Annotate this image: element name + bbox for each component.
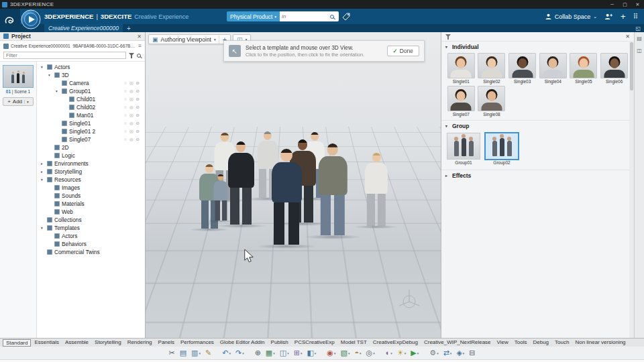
- tree-item[interactable]: ▾ Templates ○ ◎ ⊘: [37, 224, 145, 232]
- project-root-item[interactable]: Creative Experience00000001_9BAF8A9B-000…: [0, 41, 145, 50]
- ribbon-tab[interactable]: Rendering: [125, 339, 155, 347]
- tree-item[interactable]: Man01 ○ ◎ ⊘: [37, 111, 145, 119]
- visibility-eye-icon[interactable]: ◎: [129, 80, 133, 86]
- individual-thumbnail[interactable]: Single05: [570, 53, 598, 84]
- view-axis-compass[interactable]: [395, 286, 423, 314]
- close-icon[interactable]: ✕: [137, 34, 142, 40]
- tree-item[interactable]: ▾ 3D ○ ◎ ⊘: [37, 71, 145, 79]
- tree-item[interactable]: Behaviors ○ ◎ ⊘: [37, 240, 145, 248]
- visibility-eye-icon[interactable]: ◎: [129, 129, 133, 134]
- collapse-icon[interactable]: ⊟ ▾: [469, 349, 475, 357]
- visibility-eye-icon[interactable]: ◎: [129, 121, 133, 126]
- search-input[interactable]: [282, 13, 329, 19]
- list-options-icon[interactable]: ≡: [138, 43, 142, 49]
- visibility-eye-icon[interactable]: ◎: [129, 97, 133, 102]
- done-button[interactable]: ✓ Done: [387, 46, 419, 56]
- chevron-down-icon[interactable]: ▾: [405, 351, 407, 355]
- individual-thumbnail[interactable]: Single03: [508, 53, 537, 84]
- ribbon-tab[interactable]: Publish: [268, 339, 291, 347]
- tree-item[interactable]: ▾ Group01 ○ ◎ ⊘: [37, 87, 145, 95]
- scene-thumbnail[interactable]: [3, 65, 34, 88]
- chevron-down-icon[interactable]: ▾: [417, 351, 419, 355]
- group-thumbnail[interactable]: Group02: [485, 133, 519, 165]
- lock-icon[interactable]: ⊘: [136, 121, 140, 126]
- visibility-eye-icon[interactable]: ◎: [129, 137, 133, 142]
- ribbon-tab[interactable]: CreativeExpDebug: [370, 339, 421, 347]
- redo-icon[interactable]: ↷ ▾: [235, 349, 244, 357]
- tree-item[interactable]: Single01 2 ○ ◎ ⊘: [37, 127, 145, 135]
- cut-icon[interactable]: ✂ ▾: [168, 349, 174, 357]
- lock-icon[interactable]: ⊘: [136, 137, 140, 142]
- document-tab[interactable]: Creative Experience000000: [44, 24, 123, 32]
- copy-icon[interactable]: ▤ ▾: [180, 349, 186, 357]
- section-header-individual[interactable]: ▾ Individual: [441, 41, 634, 52]
- tree-item[interactable]: ▾ Actors ○ ◎ ⊘: [37, 63, 145, 71]
- ribbon-tab[interactable]: Globe Editor Addin: [217, 339, 268, 347]
- tree-item[interactable]: Materials ○ ◎ ⊘: [37, 200, 145, 208]
- target-icon[interactable]: ◎ ▾: [366, 349, 375, 357]
- new-tab-button[interactable]: +: [123, 25, 135, 32]
- ribbon-tab[interactable]: Touch: [552, 339, 572, 347]
- layout-icon[interactable]: ▦ ▾: [266, 349, 275, 357]
- tree-expander-icon[interactable]: ▸: [41, 170, 45, 174]
- actor-figure[interactable]: [256, 149, 317, 249]
- section-header-group[interactable]: ▾ Group: [441, 120, 634, 131]
- light-icon[interactable]: ☀ ▾: [397, 349, 406, 357]
- lock-icon[interactable]: ⊘: [136, 97, 140, 102]
- ribbon-tab[interactable]: PCSCreativeExp: [292, 339, 337, 347]
- individual-thumbnail[interactable]: Single07: [447, 86, 476, 117]
- filter-input[interactable]: [3, 52, 126, 59]
- tree-search-icon[interactable]: [137, 54, 141, 58]
- zoom-icon[interactable]: ⊕ ▾: [255, 349, 261, 357]
- circle-toggle-icon[interactable]: ○: [124, 88, 127, 94]
- lock-icon[interactable]: ⊘: [136, 129, 140, 134]
- maximize-button[interactable]: ▢: [619, 0, 631, 9]
- tree-item[interactable]: Commercial Twins ○ ◎ ⊘: [37, 248, 145, 256]
- split-view-icon[interactable]: ◧ ▾: [307, 349, 316, 357]
- ribbon-tab[interactable]: Performances: [178, 339, 217, 347]
- ribbon-tab[interactable]: Standard: [3, 339, 31, 347]
- chevron-down-icon[interactable]: ▾: [273, 351, 275, 355]
- lock-icon[interactable]: ⊘: [136, 80, 140, 86]
- close-icon[interactable]: ✕: [625, 34, 630, 40]
- tree-expander-icon[interactable]: ▸: [41, 162, 45, 166]
- tree-item[interactable]: Images ○ ◎ ⊘: [37, 184, 145, 192]
- tree-item[interactable]: Child01 ○ ◎ ⊘: [37, 95, 145, 103]
- tree-item[interactable]: Child02 ○ ◎ ⊘: [37, 103, 145, 111]
- individual-thumbnail[interactable]: Single08: [478, 86, 506, 117]
- chevron-down-icon[interactable]: ▾: [360, 351, 362, 355]
- search-icon[interactable]: [330, 15, 334, 19]
- library-scrollbar[interactable]: [629, 41, 634, 338]
- visibility-eye-icon[interactable]: ◎: [129, 105, 133, 110]
- asset-icon[interactable]: ◈ ▾: [456, 349, 464, 357]
- tree-item[interactable]: Logic ○ ◎ ⊘: [37, 152, 145, 160]
- individual-thumbnail[interactable]: Single01: [447, 53, 476, 84]
- individual-thumbnail[interactable]: Single06: [600, 53, 629, 84]
- camera-icon[interactable]: ◉ ▾: [327, 349, 335, 357]
- edit-icon[interactable]: ✎ ▾: [205, 349, 211, 357]
- chevron-down-icon[interactable]: ▾: [348, 351, 350, 355]
- add-content-button[interactable]: +: [621, 12, 626, 21]
- tree-expander-icon[interactable]: ▾: [56, 89, 60, 93]
- circle-toggle-icon[interactable]: ○: [124, 80, 127, 86]
- collab-space-dropdown[interactable]: Collab Space ⌄: [545, 13, 597, 20]
- lock-icon[interactable]: ⊘: [136, 105, 140, 110]
- add-user-icon[interactable]: [604, 13, 613, 20]
- tree-expander-icon[interactable]: ▾: [41, 226, 45, 230]
- ribbon-tab[interactable]: Storytelling: [92, 339, 124, 347]
- individual-thumbnail[interactable]: Single04: [539, 53, 568, 84]
- lock-icon[interactable]: ⊘: [136, 113, 140, 118]
- fit-screen-icon[interactable]: ◱: [632, 25, 644, 32]
- tree-item[interactable]: ▾ Resources ○ ◎ ⊘: [37, 176, 145, 184]
- viewpoint-dropdown[interactable]: ▣ Authoring Viewpoint ▾ +: [148, 34, 231, 44]
- circle-toggle-icon[interactable]: ○: [124, 129, 127, 134]
- tree-item[interactable]: ▸ Storytelling ○ ◎ ⊘: [37, 168, 145, 176]
- chevron-down-icon[interactable]: ▾: [373, 351, 375, 355]
- properties-panel-icon[interactable]: ◫: [637, 48, 642, 54]
- tree-expander-icon[interactable]: ▾: [48, 73, 52, 77]
- tag-icon[interactable]: [342, 13, 350, 21]
- circle-toggle-icon[interactable]: ○: [124, 113, 127, 118]
- media-panel-icon[interactable]: ▤: [637, 36, 642, 42]
- play-icon[interactable]: ▶ ▾: [411, 349, 419, 357]
- filter-funnel-icon[interactable]: [129, 53, 134, 58]
